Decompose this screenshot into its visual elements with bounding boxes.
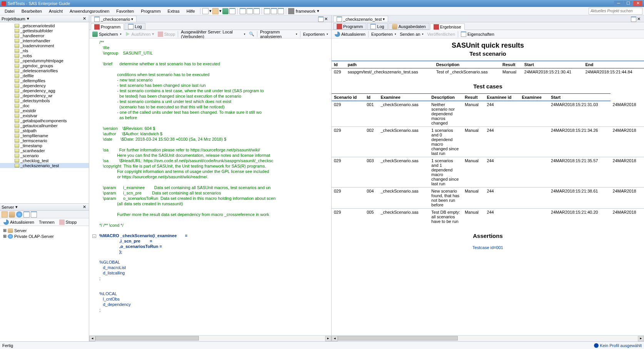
refresh-button[interactable]: Aktualisieren (333, 31, 367, 38)
export-button[interactable]: Exportieren (370, 31, 398, 37)
server-list-icon[interactable] (31, 211, 37, 218)
new-icon[interactable] (202, 8, 209, 14)
project-tree[interactable]: _getscenariotestid_gettestsubfolder_hand… (0, 22, 89, 204)
redo-icon[interactable] (271, 8, 277, 14)
menu-anwendungsroutinen[interactable]: Anwendungsroutinen (67, 8, 112, 14)
doc-tab-checkscenario[interactable]: _checkscenario ▾ (91, 16, 137, 22)
framework-dropdown[interactable]: framework ▾ (288, 8, 319, 14)
tree-item[interactable]: _doc (0, 103, 89, 108)
h-scrollbar[interactable]: ◄ ► (89, 335, 331, 341)
copy-icon[interactable] (254, 8, 260, 14)
tree-item[interactable]: _delfile (0, 73, 89, 78)
run-button[interactable]: Ausführen ▾ (123, 31, 156, 38)
results-view[interactable]: SASUnit quick results Test scenario Id p… (332, 38, 644, 335)
program-file-icon (15, 119, 19, 123)
menu-extras[interactable]: Extras (165, 8, 183, 14)
project-search-input[interactable] (589, 8, 642, 15)
tab-programm[interactable]: Programm (333, 23, 366, 30)
tab-log[interactable]: Log (125, 23, 145, 30)
tab-ausgabedaten[interactable]: Ausgabedaten (389, 23, 429, 30)
tree-item[interactable]: _timestamp (0, 143, 89, 148)
panel-close-icon[interactable]: ✕ (82, 204, 87, 209)
tree-item[interactable]: _handleerror (0, 33, 89, 38)
olap-node[interactable]: Private OLAP-Server (14, 234, 54, 239)
nav-icon[interactable] (278, 8, 284, 14)
tree-item[interactable]: _getabspathcomponents (0, 118, 89, 123)
tree-item[interactable]: _opendummyhtmlpage (0, 58, 89, 63)
tab-programm[interactable]: Programm (91, 23, 124, 30)
tree-item[interactable]: _dependency_wr (0, 93, 89, 98)
tab-ergebnisse[interactable]: Ergebnisse (430, 23, 465, 30)
analyze-button[interactable]: Programm analysieren (259, 29, 299, 40)
undo-icon[interactable] (264, 8, 270, 14)
tree-item[interactable]: _dependency_agg (0, 88, 89, 93)
minimize-button[interactable]: ─ (614, 1, 623, 6)
code-editor[interactable]: /** \file \ingroup SASUNIT_UTIL \brief d… (89, 38, 331, 335)
tree-item[interactable]: _gettestsubfolder (0, 28, 89, 33)
testcases-title: Test cases (332, 83, 644, 90)
tree-item[interactable]: _nls (0, 48, 89, 53)
publish-button[interactable]: Veröffentlichen (425, 31, 457, 37)
pin-icon[interactable]: ▾ (15, 204, 18, 209)
menu-datei[interactable]: Datei (2, 8, 18, 14)
tree-item[interactable]: _interrorhandler (0, 38, 89, 43)
server-olap-icon[interactable] (16, 211, 22, 218)
maximize-button[interactable]: ☐ (624, 1, 633, 6)
tree-item[interactable]: _scenario (0, 153, 89, 158)
export-button[interactable]: Exportieren (302, 31, 330, 37)
tree-item[interactable]: _stdpath (0, 128, 89, 133)
server-selector[interactable]: Ausgewählter Server: Local (Verbunden) (179, 29, 247, 40)
tree-item[interactable]: _nobs (0, 53, 89, 58)
server-node[interactable]: Server (14, 228, 27, 233)
save-button[interactable]: Speichern (91, 31, 123, 38)
tree-item[interactable]: _scanheader (0, 148, 89, 153)
tree-item[interactable]: _loadenvironment (0, 43, 89, 48)
server-view-icon[interactable] (23, 211, 30, 218)
print-icon[interactable] (240, 8, 246, 14)
tree-item[interactable]: _deletescenariofiles (0, 68, 89, 73)
tree-item[interactable]: _checklog_test (0, 158, 89, 163)
close-doc-icon[interactable]: ✕ (637, 17, 642, 22)
save-all-icon[interactable] (229, 8, 235, 14)
menu-programm[interactable]: Programm (138, 8, 164, 14)
close-doc-icon[interactable]: ✕ (324, 17, 330, 22)
server-disconnect-button[interactable]: Trennen (37, 219, 57, 225)
properties-button[interactable]: Eigenschaften (459, 31, 496, 38)
server-refresh-button[interactable]: Aktualisieren (2, 219, 36, 226)
tree-item[interactable]: _existvar (0, 113, 89, 118)
close-button[interactable]: ✕ (633, 1, 642, 6)
tree-item[interactable]: _pgmdoc_groups (0, 63, 89, 68)
server-assign-icon[interactable] (9, 211, 15, 218)
maximize-pane-icon[interactable] (631, 17, 636, 22)
menu-ansicht[interactable]: Ansicht (46, 8, 66, 14)
pin-icon[interactable]: ▾ (27, 16, 29, 21)
profile-status[interactable]: Kein Profil ausgewählt (594, 343, 642, 348)
tree-item[interactable]: _tempfilename (0, 133, 89, 138)
h-scrollbar[interactable]: ◄ ► (332, 335, 644, 341)
tree-item[interactable]: _deltempfiles (0, 78, 89, 83)
tree-item[interactable]: _detectsymbols (0, 98, 89, 103)
maximize-pane-icon[interactable] (318, 17, 324, 22)
menu-hilfe[interactable]: Hilfe (184, 8, 198, 14)
tree-item[interactable]: _getscenariotestid (0, 23, 89, 28)
stop-button[interactable]: Stopp (156, 31, 177, 38)
server-stop-button[interactable]: Stopp (57, 219, 79, 226)
tree-item[interactable]: _checkszenario_test (0, 163, 89, 168)
send-button[interactable]: Senden an (398, 31, 425, 37)
server-browse-icon[interactable] (2, 211, 8, 218)
open-icon[interactable] (212, 8, 219, 14)
tree-item[interactable]: _getautocallnumber (0, 123, 89, 128)
server-tree[interactable]: ⊞Server ⊞Private OLAP-Server (0, 226, 89, 341)
tree-item[interactable]: _termscenario (0, 138, 89, 143)
menu-favoriten[interactable]: Favoriten (113, 8, 137, 14)
tree-item[interactable]: _dependency (0, 83, 89, 88)
save-icon[interactable] (222, 8, 229, 14)
menu-bearbeiten[interactable]: Bearbeiten (18, 8, 45, 14)
tree-item[interactable]: _existdir (0, 108, 89, 113)
panel-close-icon[interactable]: ✕ (82, 16, 87, 21)
cut-icon[interactable] (247, 8, 253, 14)
assertion-link[interactable]: Testcase id=001 (332, 243, 644, 252)
tab-log[interactable]: Log (367, 23, 387, 30)
zoom-icon[interactable]: 🔍 (247, 31, 256, 37)
doc-tab-checkszenario-test[interactable]: _checkszenario_test ▾ (333, 16, 388, 22)
